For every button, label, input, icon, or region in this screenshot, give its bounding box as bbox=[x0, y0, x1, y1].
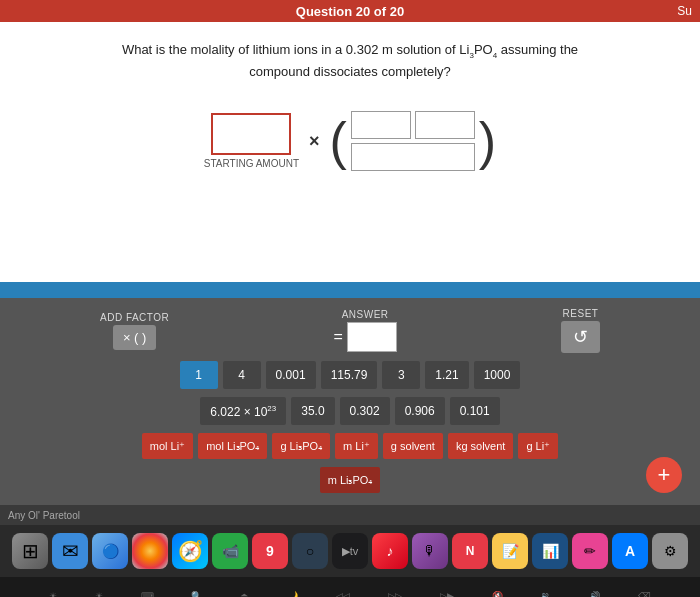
dock-facetime[interactable]: 📹 bbox=[212, 533, 248, 569]
dock-launchpad[interactable]: ⊞ bbox=[12, 533, 48, 569]
unit-btn-g-solvent[interactable]: g solvent bbox=[383, 433, 443, 459]
dock-notes[interactable]: 📝 bbox=[492, 533, 528, 569]
kb-brightness-up: ☀ bbox=[95, 591, 103, 597]
equation-area: STARTING AMOUNT × ( ) bbox=[204, 111, 496, 171]
unit-btn-g-li[interactable]: g Li⁺ bbox=[518, 433, 558, 459]
reset-section: RESET ↺ bbox=[561, 308, 600, 353]
answer-input[interactable] bbox=[347, 322, 397, 352]
kb-vol-down: 🔉 bbox=[540, 591, 551, 597]
kb-mission-control: ⌨ bbox=[141, 591, 154, 597]
num-btn-1000[interactable]: 1000 bbox=[474, 361, 521, 389]
unit-btn-m-li[interactable]: m Li⁺ bbox=[335, 433, 378, 459]
su-label: Su bbox=[677, 4, 692, 18]
starting-amount-box[interactable] bbox=[211, 113, 291, 155]
kb-delete: ⌫ bbox=[638, 591, 651, 597]
dock-calendar[interactable]: 9 bbox=[252, 533, 288, 569]
num-btn-avogadro[interactable]: 6.022 × 1023 bbox=[200, 397, 286, 425]
taskbar-label-bar: Any Ol' Paretool bbox=[0, 505, 700, 525]
dock-podcasts[interactable]: 🎙 bbox=[412, 533, 448, 569]
add-factor-button[interactable]: × ( ) bbox=[113, 325, 156, 350]
kb-dnd: 🌙 bbox=[287, 591, 298, 597]
unit-btn-mol-li[interactable]: mol Li⁺ bbox=[142, 433, 193, 459]
answer-box: = bbox=[333, 322, 396, 352]
calculator-area: ADD FACTOR × ( ) ANSWER = RESET ↺ 1 4 0.… bbox=[0, 298, 700, 505]
kb-vol-up: 🔊 bbox=[589, 591, 600, 597]
dock-settings[interactable]: ⚙ bbox=[652, 533, 688, 569]
reset-button[interactable]: ↺ bbox=[561, 321, 600, 353]
dock-appstore[interactable]: A bbox=[612, 533, 648, 569]
dock-generic1[interactable]: ○ bbox=[292, 533, 328, 569]
number-row-1: 1 4 0.001 115.79 3 1.21 1000 bbox=[180, 361, 521, 389]
times-symbol: × bbox=[309, 131, 320, 152]
paren-left: ( bbox=[330, 115, 347, 167]
num-btn-0101[interactable]: 0.101 bbox=[450, 397, 500, 425]
unit-row-2: m Li₃PO₄ bbox=[320, 467, 381, 493]
paren-group: ( ) bbox=[330, 111, 497, 171]
dock-music[interactable]: ♪ bbox=[372, 533, 408, 569]
paren-row-top bbox=[351, 111, 475, 139]
blue-divider bbox=[0, 282, 700, 298]
kb-mute: 🔇 bbox=[492, 591, 503, 597]
kb-rewind: ◁◁ bbox=[336, 591, 350, 597]
main-content: What is the molality of lithium ions in … bbox=[0, 22, 700, 282]
unit-btn-m-li3po4[interactable]: m Li₃PO₄ bbox=[320, 467, 381, 493]
add-factor-section: ADD FACTOR × ( ) bbox=[100, 312, 169, 350]
paren-inner bbox=[351, 111, 475, 171]
num-btn-4[interactable]: 4 bbox=[223, 361, 261, 389]
paren-box-bottom[interactable] bbox=[351, 143, 475, 171]
unit-btn-kg-solvent[interactable]: kg solvent bbox=[448, 433, 514, 459]
paren-row-bottom bbox=[351, 143, 475, 171]
dock-finder[interactable]: 🔵 bbox=[92, 533, 128, 569]
kb-fastforward: ▷▶ bbox=[440, 591, 454, 597]
num-btn-3[interactable]: 3 bbox=[382, 361, 420, 389]
answer-section: ANSWER = bbox=[333, 309, 396, 352]
top-bar: Question 20 of 20 Su bbox=[0, 0, 700, 22]
unit-row-1: mol Li⁺ mol Li₃PO₄ g Li₃PO₄ m Li⁺ g solv… bbox=[142, 433, 558, 459]
dock-numbers[interactable]: 📊 bbox=[532, 533, 568, 569]
paren-box-top-right[interactable] bbox=[415, 111, 475, 139]
num-btn-350[interactable]: 35.0 bbox=[291, 397, 334, 425]
add-factor-label: ADD FACTOR bbox=[100, 312, 169, 323]
paren-box-top-left[interactable] bbox=[351, 111, 411, 139]
answer-label: ANSWER bbox=[342, 309, 389, 320]
kb-spotlight: 🔍 bbox=[191, 591, 202, 597]
keyboard-row: ☀ ☀ ⌨ 🔍 ⏏ 🌙 ◁◁ ▷▷ ▷▶ 🔇 🔉 🔊 ⌫ bbox=[0, 577, 700, 597]
question-counter: Question 20 of 20 bbox=[296, 4, 404, 19]
mac-dock: ⊞ ✉ 🔵 🧭 📹 9 ○ ▶tv ♪ 🎙 N 📝 📊 ✏ A ⚙ bbox=[0, 525, 700, 577]
num-btn-0906[interactable]: 0.906 bbox=[395, 397, 445, 425]
num-btn-121[interactable]: 1.21 bbox=[425, 361, 468, 389]
kb-playpause: ▷▷ bbox=[388, 591, 402, 597]
calc-top-row: ADD FACTOR × ( ) ANSWER = RESET ↺ bbox=[100, 308, 600, 353]
kb-dictation: ⏏ bbox=[240, 591, 249, 597]
dock-photos[interactable] bbox=[132, 533, 168, 569]
plus-button[interactable]: + bbox=[646, 457, 682, 493]
unit-btn-mol-li3po4[interactable]: mol Li₃PO₄ bbox=[198, 433, 267, 459]
dock-safari[interactable]: 🧭 bbox=[172, 533, 208, 569]
taskbar-app-name: Any Ol' Paretool bbox=[8, 510, 80, 521]
equals-sign: = bbox=[333, 328, 342, 346]
num-btn-11579[interactable]: 115.79 bbox=[321, 361, 378, 389]
number-row-2: 6.022 × 1023 35.0 0.302 0.906 0.101 bbox=[200, 397, 499, 425]
num-btn-0302[interactable]: 0.302 bbox=[340, 397, 390, 425]
num-btn-1[interactable]: 1 bbox=[180, 361, 218, 389]
kb-brightness-down: ☀ bbox=[49, 591, 57, 597]
dock-news[interactable]: N bbox=[452, 533, 488, 569]
dock-pen[interactable]: ✏ bbox=[572, 533, 608, 569]
unit-btn-g-li3po4[interactable]: g Li₃PO₄ bbox=[272, 433, 330, 459]
question-text: What is the molality of lithium ions in … bbox=[122, 40, 578, 81]
dock-mail[interactable]: ✉ bbox=[52, 533, 88, 569]
starting-amount-label: STARTING AMOUNT bbox=[204, 158, 299, 169]
paren-right: ) bbox=[479, 115, 496, 167]
dock-appletv[interactable]: ▶tv bbox=[332, 533, 368, 569]
reset-label: RESET bbox=[563, 308, 599, 319]
num-btn-0001[interactable]: 0.001 bbox=[266, 361, 316, 389]
